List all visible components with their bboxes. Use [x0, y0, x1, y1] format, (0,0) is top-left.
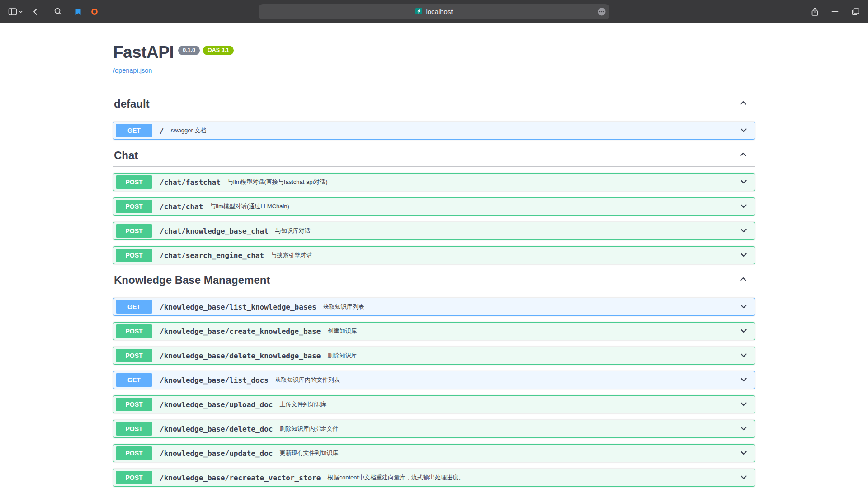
- section-header[interactable]: Knowledge Base Management: [113, 271, 755, 291]
- expand-endpoint-button[interactable]: [739, 250, 748, 261]
- expand-endpoint-button[interactable]: [739, 302, 748, 312]
- section-title: Chat: [114, 149, 138, 162]
- more-options-icon[interactable]: [597, 7, 607, 17]
- endpoint-row[interactable]: POST /knowledge_base/delete_doc 删除知识库内指定…: [113, 420, 755, 438]
- endpoint-description: 与llm模型对话(直接与fastchat api对话): [227, 178, 328, 186]
- endpoint-description: 与llm模型对话(通过LLMChain): [210, 202, 289, 211]
- orange-ring-extension-icon: [90, 8, 99, 16]
- expand-endpoint-button[interactable]: [739, 351, 748, 361]
- method-badge: POST: [116, 398, 152, 411]
- endpoint-row[interactable]: POST /chat/fastchat 与llm模型对话(直接与fastchat…: [113, 173, 755, 191]
- orange-extension-button[interactable]: [90, 7, 99, 17]
- api-sections: default GET / swagger 文档 Chat: [113, 94, 755, 487]
- new-tab-button[interactable]: [830, 7, 840, 17]
- swagger-page: FastAPI 0.1.0 OAS 3.1 /openapi.json defa…: [113, 23, 755, 487]
- chevron-down-icon: [739, 448, 748, 459]
- chevron-down-icon: [19, 9, 23, 14]
- sidebar-toggle-icon: [8, 7, 17, 16]
- method-badge: POST: [116, 175, 152, 189]
- share-button[interactable]: [810, 6, 820, 17]
- method-badge: GET: [116, 300, 152, 314]
- method-badge: POST: [116, 446, 152, 460]
- sidebar-toggle-button[interactable]: [7, 6, 24, 17]
- endpoint-path: /knowledge_base/recreate_vector_store: [160, 474, 321, 482]
- search-icon: [54, 7, 62, 16]
- chevron-down-icon: [739, 399, 748, 410]
- endpoint-description: 删除知识库内指定文件: [279, 425, 338, 433]
- expand-endpoint-button[interactable]: [739, 399, 748, 410]
- endpoint-row[interactable]: GET /knowledge_base/list_docs 获取知识库内的文件列…: [113, 371, 755, 389]
- expand-endpoint-button[interactable]: [739, 126, 748, 136]
- chevron-down-icon: [739, 202, 748, 212]
- collapse-section-button[interactable]: [732, 275, 754, 285]
- plus-icon: [831, 8, 839, 16]
- chevron-down-icon: [739, 126, 748, 136]
- endpoint-description: 与搜索引擎对话: [271, 251, 312, 259]
- expand-endpoint-button[interactable]: [739, 326, 748, 337]
- version-badge: 0.1.0: [178, 46, 200, 55]
- endpoint-path: /knowledge_base/delete_doc: [160, 425, 273, 433]
- expand-endpoint-button[interactable]: [739, 448, 748, 459]
- chevron-down-icon: [739, 375, 748, 385]
- endpoint-row[interactable]: POST /chat/search_engine_chat 与搜索引擎对话: [113, 246, 755, 264]
- endpoint-path: /knowledge_base/upload_doc: [160, 400, 273, 409]
- endpoint-row[interactable]: POST /knowledge_base/delete_knowledge_ba…: [113, 347, 755, 365]
- expand-endpoint-button[interactable]: [739, 177, 748, 188]
- method-badge: POST: [116, 422, 152, 436]
- endpoint-row[interactable]: POST /knowledge_base/upload_doc 上传文件到知识库: [113, 395, 755, 413]
- expand-endpoint-button[interactable]: [739, 226, 748, 236]
- chevron-down-icon: [739, 473, 748, 483]
- openapi-spec-link[interactable]: /openapi.json: [113, 67, 152, 74]
- endpoint-row[interactable]: POST /knowledge_base/update_doc 更新现有文件到知…: [113, 444, 755, 462]
- expand-endpoint-button[interactable]: [739, 473, 748, 483]
- tab-overview-button[interactable]: [850, 6, 861, 17]
- back-button[interactable]: [30, 6, 41, 17]
- method-badge: POST: [116, 200, 152, 213]
- endpoint-description: swagger 文档: [171, 127, 207, 135]
- endpoint-row[interactable]: GET /knowledge_base/list_knowledge_bases…: [113, 298, 755, 316]
- section-title: Knowledge Base Management: [114, 273, 270, 286]
- section-header[interactable]: default: [113, 94, 755, 115]
- endpoint-row[interactable]: POST /knowledge_base/recreate_vector_sto…: [113, 469, 755, 487]
- page-title: FastAPI: [113, 43, 174, 61]
- method-badge: POST: [116, 324, 152, 338]
- method-badge: POST: [116, 224, 152, 238]
- expand-endpoint-button[interactable]: [739, 202, 748, 212]
- endpoint-path: /knowledge_base/list_knowledge_bases: [160, 303, 316, 311]
- endpoint-description: 删除知识库: [327, 352, 357, 360]
- chevron-down-icon: [739, 326, 748, 337]
- endpoint-path: /chat/knowledge_base_chat: [160, 227, 269, 235]
- endpoint-path: /knowledge_base/delete_knowledge_base: [160, 352, 321, 360]
- method-badge: POST: [116, 471, 152, 484]
- expand-endpoint-button[interactable]: [739, 424, 748, 434]
- collapse-section-button[interactable]: [732, 150, 754, 160]
- collapse-section-button[interactable]: [732, 99, 754, 109]
- address-bar[interactable]: localhost: [259, 4, 609, 19]
- endpoint-row[interactable]: POST /knowledge_base/create_knowledge_ba…: [113, 322, 755, 340]
- section-header[interactable]: Chat: [113, 146, 755, 167]
- endpoint-description: 创建知识库: [327, 327, 357, 335]
- endpoint-row[interactable]: POST /chat/chat 与llm模型对话(通过LLMChain): [113, 197, 755, 216]
- endpoint-description: 上传文件到知识库: [279, 400, 326, 408]
- endpoint-row[interactable]: GET / swagger 文档: [113, 122, 755, 140]
- share-icon: [811, 7, 819, 16]
- endpoint-list: GET /knowledge_base/list_knowledge_bases…: [113, 298, 755, 487]
- api-section: Chat POST /chat/fastchat 与llm模型对话(直接与fas…: [113, 146, 755, 264]
- chevron-down-icon: [739, 302, 748, 312]
- endpoint-description: 获取知识库列表: [323, 303, 364, 311]
- site-favicon-icon: [415, 7, 423, 16]
- endpoint-path: /knowledge_base/update_doc: [160, 449, 273, 458]
- method-badge: POST: [116, 349, 152, 362]
- search-button[interactable]: [53, 6, 63, 17]
- endpoint-path: /: [160, 127, 164, 135]
- expand-endpoint-button[interactable]: [739, 375, 748, 385]
- api-section: Knowledge Base Management GET /knowledge…: [113, 271, 755, 487]
- endpoint-description: 根据content中文档重建向量库，流式输出处理进度。: [327, 474, 464, 482]
- chevron-down-icon: [739, 351, 748, 361]
- endpoint-description: 获取知识库内的文件列表: [275, 376, 340, 384]
- endpoint-path: /knowledge_base/create_knowledge_base: [160, 327, 321, 336]
- blue-extension-button[interactable]: [73, 7, 83, 17]
- chevron-up-icon: [739, 150, 748, 160]
- endpoint-description: 更新现有文件到知识库: [279, 449, 338, 457]
- endpoint-row[interactable]: POST /chat/knowledge_base_chat 与知识库对话: [113, 222, 755, 240]
